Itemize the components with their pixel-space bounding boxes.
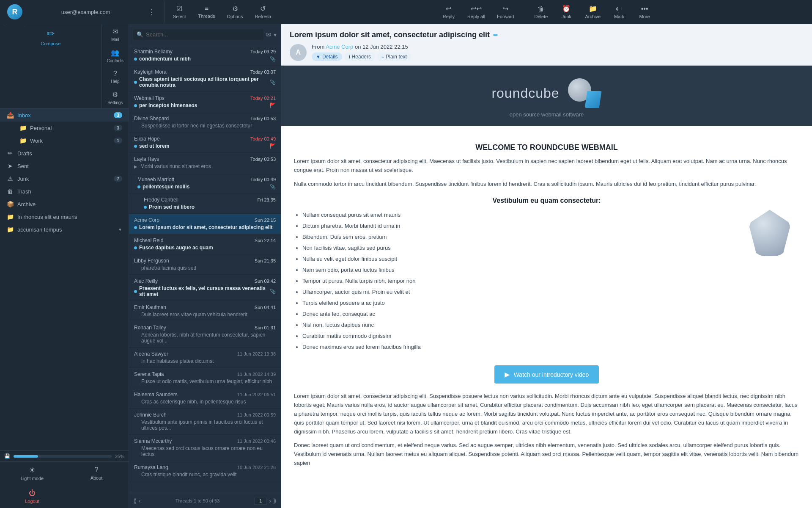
watch-video-button[interactable]: ▶ Watch our introductory video — [494, 365, 599, 384]
email-subject: In hac habitasse platea dictumst — [141, 358, 276, 364]
last-page-button[interactable]: ⟫ — [273, 497, 277, 504]
email-list: Sharmin Bellamy Today 03:29 condimentum … — [129, 45, 281, 493]
list-item[interactable]: Kayleigh Mora Today 03:07 Class aptent t… — [129, 66, 281, 92]
email-subject: Duis laoreet eros vitae quam vehicula he… — [141, 312, 276, 318]
options-icon: ⚙ — [232, 5, 238, 13]
list-item[interactable]: Haleema Saunders 11 Jun 2022 06:51 Cras … — [129, 388, 281, 409]
list-item[interactable]: Serena Tapia 11 Jun 2022 14:39 Fusce ut … — [129, 368, 281, 388]
email-meta: A From Acme Corp on 12 Jun 2022 22:15 ▼ … — [290, 44, 804, 61]
attachment-icon: 📎 — [270, 184, 276, 190]
sidebar-item-folder1[interactable]: 📁 In rhoncus elit eu mauris — [0, 210, 129, 223]
folder-collapse-icon[interactable]: ▼ — [118, 227, 122, 232]
email-subject: Cras ac scelerisque nibh, in pellentesqu… — [141, 399, 276, 405]
options-button[interactable]: ⚙ Options — [221, 1, 249, 22]
list-item[interactable]: Emir Kaufman Sun 04:41 Duis laoreet eros… — [129, 301, 281, 321]
search-box[interactable]: 🔍 — [133, 29, 263, 40]
email-subject: pharetra lacinia quis sed — [141, 265, 276, 271]
email-subject: Suspendisse id tortor nec mi egestas con… — [141, 123, 276, 129]
sidebar-help-button[interactable]: ? Help — [102, 66, 129, 87]
sender-name-link[interactable]: Acme Corp — [326, 44, 353, 50]
list-item[interactable]: Sharmin Bellamy Today 03:29 condimentum … — [129, 45, 281, 66]
edit-icon[interactable]: ✏ — [493, 32, 498, 39]
mark-icon: 🏷 — [616, 5, 623, 13]
list-item[interactable]: Elicia Hope Today 00:49 sed ut lorem 🚩 — [129, 133, 281, 153]
more-button[interactable]: ••• More — [632, 2, 657, 22]
email-meta-tabs: ▼ Details ℹ Headers ≡ Plain text — [312, 52, 411, 61]
first-page-button[interactable]: ⟪ — [133, 497, 137, 504]
email-sender: Alec Reilly — [134, 278, 158, 284]
sidebar-item-work[interactable]: 📁 Work 1 — [11, 134, 129, 147]
sidebar-item-drafts[interactable]: ✏ Drafts — [0, 147, 129, 160]
unread-dot — [134, 81, 137, 84]
list-item[interactable]: Johnnie Burch 11 Jun 2022 00:59 Vestibul… — [129, 409, 281, 435]
logout-button[interactable]: ⏻ Logout — [0, 485, 64, 508]
sidebar-settings-button[interactable]: ⚙ Settings — [102, 87, 129, 108]
kebab-menu-icon[interactable]: ⋮ — [146, 5, 158, 19]
forward-button[interactable]: ↪ Forward — [491, 1, 520, 22]
list-item[interactable]: Rumaysa Lang 10 Jun 2022 21:28 Cras tris… — [129, 461, 281, 481]
email-sender: Divine Shepard — [134, 116, 169, 121]
sidebar-item-folder2[interactable]: 📁 accumsan tempus ▼ — [0, 223, 129, 236]
plain-icon: ≡ — [381, 54, 384, 59]
sidebar-item-inbox[interactable]: 📥 Inbox 3 — [0, 109, 129, 121]
light-mode-button[interactable]: ☀ Light mode — [0, 462, 64, 485]
details-tab[interactable]: ▼ Details — [312, 52, 342, 61]
email-subject: Lorem ipsum dolor sit amet, consectetur … — [139, 224, 276, 230]
email-date: Today 00:53 — [250, 116, 276, 121]
email-sender: Sienna Mccarthy — [134, 438, 172, 444]
email-date: 11 Jun 2022 19:38 — [237, 351, 276, 356]
email-subject: Praesent luctus ex felis, vel cursus mas… — [139, 285, 268, 297]
storage-progress: 💾 25% — [0, 450, 129, 461]
archive-button[interactable]: 📁 Archive — [579, 1, 606, 22]
reply-all-button[interactable]: ↩↩ Reply all — [461, 1, 491, 22]
sidebar-mail-button[interactable]: ✉ Mail — [102, 24, 129, 45]
plain-text-tab[interactable]: ≡ Plain text — [377, 52, 411, 61]
threads-icon: ≡ — [205, 5, 208, 12]
delete-button[interactable]: 🗑 Delete — [528, 2, 554, 22]
list-item[interactable]: Divine Shepard Today 00:53 Suspendisse i… — [129, 112, 281, 133]
list-item[interactable]: Acme Corp Sun 22:15 Lorem ipsum dolor si… — [129, 214, 281, 234]
list-item[interactable]: Micheal Reid Sun 22:14 Fusce dapibus aug… — [129, 234, 281, 254]
list-item[interactable]: Alec Reilly Sun 09:42 Praesent luctus ex… — [129, 275, 281, 301]
email-date: 11 Jun 2022 00:59 — [237, 412, 276, 417]
mark-button[interactable]: 🏷 Mark — [606, 2, 632, 22]
list-item[interactable]: Muneeb Marriott Today 00:49 pellentesque… — [129, 173, 281, 193]
thread-expand-icon: ▶ — [134, 164, 137, 169]
list-item[interactable]: Libby Ferguson Sun 21:35 pharetra lacini… — [129, 254, 281, 275]
sidebar-item-sent[interactable]: ➤ Sent — [0, 160, 129, 172]
email-sender: Kayleigh Mora — [134, 69, 167, 75]
search-input[interactable] — [146, 31, 260, 38]
sidebar-item-archive[interactable]: 📦 Archive — [0, 198, 129, 210]
threads-button[interactable]: ≡ Threads — [192, 1, 221, 22]
list-item[interactable]: Freddy Cantrell Fri 23:35 Proin sed mi l… — [129, 193, 281, 214]
next-page-button[interactable]: › — [269, 497, 271, 504]
select-button[interactable]: ☑ Select — [167, 1, 192, 22]
contacts-icon: 👥 — [111, 49, 119, 57]
email-subject: Aenean lobortis, nibh at fermentum conse… — [141, 332, 276, 344]
sidebar-item-junk[interactable]: ⚠ Junk 7 — [0, 172, 129, 185]
headers-tab[interactable]: ℹ Headers — [344, 52, 375, 61]
prev-page-button[interactable]: ‹ — [139, 497, 141, 504]
list-sort-icon[interactable]: ▾ — [274, 31, 277, 38]
page-input[interactable] — [254, 497, 267, 505]
compose-button[interactable]: ✏ Compose — [0, 24, 102, 108]
roundcube-header: roundcube open source webmail software — [281, 66, 812, 126]
sidebar-contacts-button[interactable]: 👥 Contacts — [102, 45, 129, 66]
list-item[interactable]: Aleena Sawyer 11 Jun 2022 19:38 In hac h… — [129, 348, 281, 368]
reply-button[interactable]: ↩ Reply — [436, 1, 461, 22]
list-filter-icon[interactable]: ✉ — [266, 31, 271, 38]
sidebar-item-personal[interactable]: 📁 Personal 3 — [11, 121, 129, 134]
email-date: 10 Jun 2022 21:28 — [237, 465, 276, 470]
about-button[interactable]: ? About — [64, 462, 129, 485]
junk-button[interactable]: ⏰ Junk — [554, 1, 579, 22]
refresh-button[interactable]: ↺ Refresh — [249, 1, 277, 22]
list-item[interactable]: Layla Hays Today 00:53 ▶ Morbi varius nu… — [129, 153, 281, 173]
list-item[interactable]: Rohaan Talley Sun 01:31 Aenean lobortis,… — [129, 321, 281, 348]
list-item[interactable]: Webmail Tips Today 02:21 per Inceptos hi… — [129, 92, 281, 112]
toolbar-right-section: ↩ Reply ↩↩ Reply all ↪ Forward 🗑 Delete … — [281, 1, 812, 22]
sidebar-item-trash[interactable]: 🗑 Trash — [0, 185, 129, 198]
list-item[interactable]: Sienna Mccarthy 11 Jun 2022 00:46 Maecen… — [129, 435, 281, 461]
flag-icon: 🚩 — [269, 102, 276, 108]
email-date: Sun 22:15 — [255, 218, 276, 223]
email-sender: Serena Tapia — [134, 371, 164, 377]
